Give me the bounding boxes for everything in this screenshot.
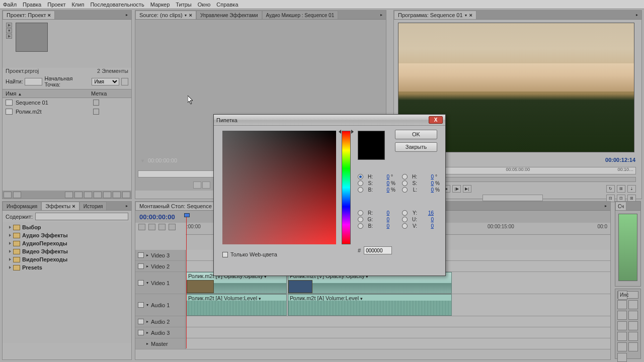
radio-g[interactable]: [358, 217, 363, 222]
folder-audio-fx[interactable]: Аудио Эффекты: [4, 231, 130, 239]
menu-help[interactable]: Справка: [216, 2, 238, 8]
folder-presets[interactable]: Presets: [4, 263, 130, 272]
export-frame-icon[interactable]: ⇣: [627, 185, 636, 193]
menu-window[interactable]: Окно: [198, 2, 211, 8]
menu-titles[interactable]: Титры: [176, 2, 191, 8]
radio-s2[interactable]: [402, 180, 408, 186]
menu-project[interactable]: Проект: [47, 2, 65, 8]
timeline-timecode[interactable]: 00:00:00:00: [139, 213, 175, 221]
hue-slider[interactable]: [342, 131, 351, 244]
speaker-icon[interactable]: [138, 330, 144, 335]
radio-b[interactable]: [358, 187, 363, 193]
radio-y[interactable]: [402, 210, 408, 216]
close-icon[interactable]: ×: [72, 203, 75, 209]
radio-s[interactable]: [358, 180, 363, 186]
val-h[interactable]: 0: [374, 174, 389, 179]
jog-wheel[interactable]: [482, 195, 543, 201]
col-label[interactable]: Метка: [91, 90, 107, 97]
next-icon[interactable]: [122, 192, 130, 198]
dialog-titlebar[interactable]: Пипетка X: [214, 115, 445, 126]
panel-menu-icon[interactable]: ▸: [605, 204, 607, 208]
new-bin-icon[interactable]: [84, 192, 92, 198]
automate-icon[interactable]: [65, 192, 73, 198]
radio-r[interactable]: [358, 210, 363, 216]
close-icon[interactable]: ×: [189, 12, 192, 18]
tab-effect-controls[interactable]: Управление Эффектами: [196, 11, 262, 19]
step-fwd-icon[interactable]: |▶: [452, 185, 461, 193]
val-b[interactable]: 0: [374, 187, 389, 193]
slide-icon[interactable]: [628, 332, 638, 341]
radio-h[interactable]: [358, 174, 363, 179]
safe-margins-icon[interactable]: ⊞: [617, 185, 625, 193]
val-h2[interactable]: 0: [419, 174, 434, 179]
radio-u[interactable]: [402, 217, 408, 222]
panel-menu-icon[interactable]: ▸: [126, 13, 128, 17]
pen-icon[interactable]: [617, 342, 627, 351]
color-field[interactable]: [222, 131, 336, 244]
val-l[interactable]: 0: [419, 187, 434, 193]
list-item[interactable]: Sequence 01: [3, 98, 131, 107]
razor-icon[interactable]: [628, 321, 638, 330]
val-v[interactable]: 0: [419, 223, 434, 229]
track-master[interactable]: ▸Master: [135, 338, 610, 349]
rate-stretch-icon[interactable]: [617, 321, 627, 330]
close-icon[interactable]: ×: [469, 12, 472, 18]
inout-icon[interactable]: [158, 224, 166, 230]
panel-menu-icon[interactable]: ▸: [126, 204, 128, 208]
val-r[interactable]: 0: [374, 210, 389, 216]
col-name[interactable]: Имя ▲: [6, 90, 91, 97]
snap-icon[interactable]: [138, 224, 145, 230]
start-select[interactable]: Имя: [92, 78, 119, 85]
prev-icon[interactable]: [113, 192, 121, 198]
speaker-icon[interactable]: [138, 302, 144, 308]
track-audio3[interactable]: ▸Audio 3: [135, 327, 610, 338]
radio-v[interactable]: [402, 223, 408, 229]
selection-tool-icon[interactable]: [617, 300, 627, 309]
tab-meters[interactable]: Сч: [615, 202, 626, 210]
hex-input[interactable]: [364, 246, 392, 254]
val-u[interactable]: 0: [419, 217, 434, 222]
tab-timeline[interactable]: Монтажный Стол: Sequence 01: [135, 202, 223, 210]
web-colors-checkbox[interactable]: [222, 252, 228, 257]
rolling-icon[interactable]: [628, 311, 638, 320]
clip-audio[interactable]: Ролик.m2t [A] Volume:Level ▾: [288, 294, 452, 316]
tab-info[interactable]: Информация: [3, 202, 41, 210]
label-chip[interactable]: [93, 100, 99, 106]
list-view-icon[interactable]: [4, 192, 12, 198]
new-item-icon[interactable]: [94, 192, 102, 198]
clip-audio[interactable]: Ролик.m2t [A] Volume:Level ▾: [186, 294, 287, 316]
menu-file[interactable]: Файл: [3, 2, 17, 8]
speaker-icon[interactable]: [138, 319, 144, 324]
main-menubar[interactable]: Файл Правка Проект Клип Последовательнос…: [0, 0, 644, 9]
trash-icon[interactable]: [103, 192, 111, 198]
playhead[interactable]: [186, 215, 187, 348]
close-button[interactable]: X: [429, 116, 443, 124]
val-s[interactable]: 0: [374, 180, 389, 186]
ok-button[interactable]: OK: [395, 130, 437, 139]
list-item[interactable]: Ролик.m2t: [3, 107, 131, 116]
zoom-icon[interactable]: [617, 353, 627, 362]
tab-tools[interactable]: Инс: [618, 291, 627, 300]
new-bin-icon[interactable]: [121, 78, 128, 85]
tab-program[interactable]: Программа: Sequence 01 ▼ ×: [394, 11, 476, 19]
goto-out-icon[interactable]: ▶|: [463, 185, 471, 193]
radio-b2[interactable]: [358, 223, 363, 229]
tab-audio-mixer[interactable]: Аудио Микшер : Sequence 01: [262, 11, 339, 19]
encore-icon[interactable]: [169, 224, 176, 230]
val-g[interactable]: 0: [374, 217, 389, 222]
menu-edit[interactable]: Правка: [23, 2, 41, 8]
mark-out-icon[interactable]: [202, 182, 210, 189]
mark-in-icon[interactable]: [193, 182, 201, 189]
marker-icon[interactable]: [148, 224, 155, 230]
radio-l[interactable]: [402, 187, 408, 193]
panel-menu-icon[interactable]: ▸: [380, 13, 382, 17]
panel-menu-icon[interactable]: ▸: [636, 13, 638, 17]
menu-marker[interactable]: Маркер: [150, 2, 170, 8]
tab-project[interactable]: Проект: Проект×: [3, 11, 55, 19]
menu-sequence[interactable]: Последовательность: [90, 2, 144, 8]
eye-icon[interactable]: [138, 280, 144, 286]
effects-search-input[interactable]: [35, 213, 128, 220]
label-chip[interactable]: [93, 109, 99, 115]
radio-h2[interactable]: [402, 174, 408, 179]
tab-history[interactable]: История: [79, 202, 107, 210]
